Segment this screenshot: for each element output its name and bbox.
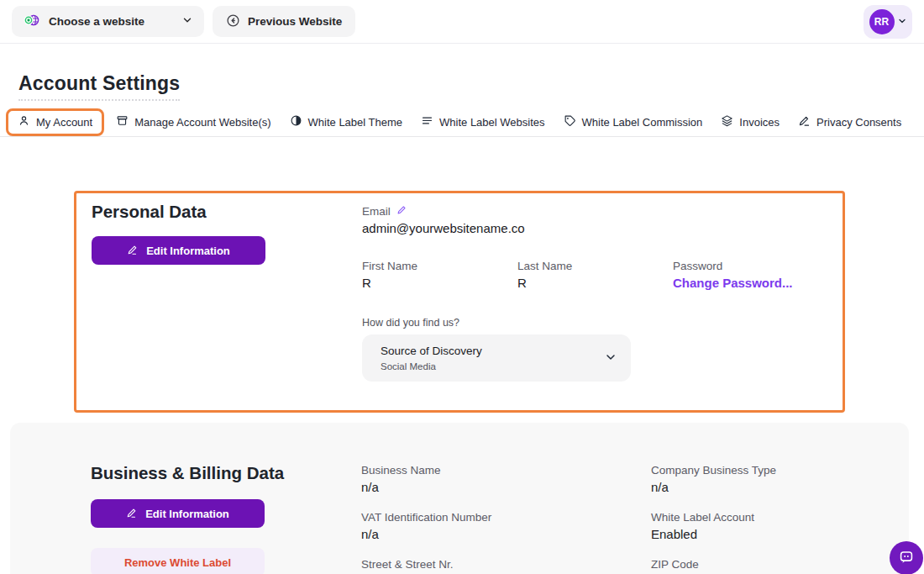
street-field: Street & Street Nr. [361, 558, 454, 574]
first-name-value: R [362, 276, 417, 290]
tab-label: White Label Theme [308, 116, 403, 129]
choose-website-label: Choose a website [49, 15, 144, 28]
vat-number-value: n/a [361, 527, 491, 541]
first-name-field: First Name R [362, 260, 417, 290]
avatar: RR [869, 9, 895, 34]
website-globe-icon [23, 12, 39, 31]
edit-information-label: Edit Information [145, 508, 229, 520]
top-bar: Choose a website Previous Website RR [0, 0, 924, 44]
business-billing-section: Business & Billing Data Edit Information… [10, 423, 909, 574]
tab-white-label-websites[interactable]: White Label Websites [412, 108, 554, 137]
tab-label: My Account [36, 116, 92, 129]
change-password-link[interactable]: Change Password... [673, 276, 793, 290]
pen-icon [127, 244, 139, 258]
first-name-label: First Name [362, 260, 417, 272]
user-icon [18, 114, 30, 130]
discovery-selected-value: Social Media [381, 361, 436, 371]
vat-number-label: VAT Identification Number [361, 511, 491, 524]
chevron-down-icon [604, 350, 617, 367]
zip-code-label: ZIP Code [651, 558, 699, 571]
email-value: admin@yourwebsitename.co [362, 221, 525, 235]
previous-website-button[interactable]: Previous Website [213, 6, 355, 37]
tab-label: Privacy Consents [816, 116, 901, 129]
chat-bubble-icon [897, 548, 916, 569]
white-label-account-value: Enabled [651, 527, 754, 541]
password-field: Password Change Password... [673, 260, 793, 290]
edit-personal-information-button[interactable]: Edit Information [92, 236, 265, 265]
tab-label: White Label Websites [439, 116, 545, 129]
pen-icon [126, 507, 138, 521]
settings-tabs: My Account Manage Account Website(s) Whi… [0, 108, 924, 137]
tab-white-label-commission[interactable]: White Label Commission [554, 108, 712, 137]
last-name-field: Last Name R [517, 260, 572, 290]
browser-archive-icon [116, 114, 129, 130]
contrast-icon [290, 114, 302, 130]
tab-label: White Label Commission [582, 116, 703, 129]
find-us-label: How did you find us? [362, 317, 459, 329]
personal-data-title: Personal Data [92, 202, 207, 222]
zip-code-field: ZIP Code [651, 558, 699, 574]
tab-manage-account-websites[interactable]: Manage Account Website(s) [107, 108, 280, 137]
source-of-discovery-select[interactable]: Source of Discovery Social Media [362, 334, 631, 382]
business-name-label: Business Name [361, 464, 441, 477]
street-label: Street & Street Nr. [361, 558, 454, 571]
discovery-select-label: Source of Discovery [381, 345, 482, 357]
business-name-value: n/a [361, 480, 441, 494]
user-menu[interactable]: RR [864, 5, 912, 39]
tab-label: Manage Account Website(s) [134, 116, 270, 129]
company-business-type-value: n/a [651, 480, 776, 494]
previous-website-label: Previous Website [248, 15, 342, 28]
account-settings-page: Choose a website Previous Website RR Acc… [0, 0, 924, 574]
lines-icon [421, 114, 433, 130]
business-billing-title: Business & Billing Data [91, 463, 284, 483]
chevron-down-icon [181, 14, 193, 29]
company-business-type-label: Company Business Type [651, 464, 776, 477]
edit-email-icon[interactable] [396, 203, 407, 219]
personal-data-section: Personal Data Edit Information Email adm… [74, 191, 845, 413]
choose-website-dropdown[interactable]: Choose a website [12, 6, 204, 37]
email-label: Email [362, 205, 391, 218]
tab-label: Invoices [739, 116, 780, 129]
arrow-left-circle-icon [226, 13, 240, 30]
chevron-down-icon [897, 14, 907, 29]
white-label-account-field: White Label Account Enabled [651, 511, 754, 541]
tab-privacy-consents[interactable]: Privacy Consents [789, 108, 911, 137]
layers-icon [721, 114, 733, 130]
chat-widget-button[interactable] [890, 541, 923, 574]
company-business-type-field: Company Business Type n/a [651, 464, 776, 494]
white-label-account-label: White Label Account [651, 511, 754, 524]
edit-information-label: Edit Information [146, 245, 230, 257]
pen-icon [798, 114, 811, 130]
page-title: Account Settings [18, 72, 180, 101]
remove-white-label-label: Remove White Label [124, 556, 231, 569]
last-name-label: Last Name [517, 260, 572, 272]
tag-icon [564, 114, 576, 130]
password-label: Password [673, 260, 793, 272]
edit-business-information-button[interactable]: Edit Information [91, 499, 265, 528]
business-name-field: Business Name n/a [361, 464, 441, 494]
remove-white-label-button[interactable]: Remove White Label [91, 548, 265, 574]
last-name-value: R [517, 276, 572, 290]
tab-invoices[interactable]: Invoices [711, 108, 789, 137]
tab-my-account[interactable]: My Account [6, 108, 104, 136]
tab-white-label-theme[interactable]: White Label Theme [281, 108, 412, 137]
vat-number-field: VAT Identification Number n/a [361, 511, 491, 541]
